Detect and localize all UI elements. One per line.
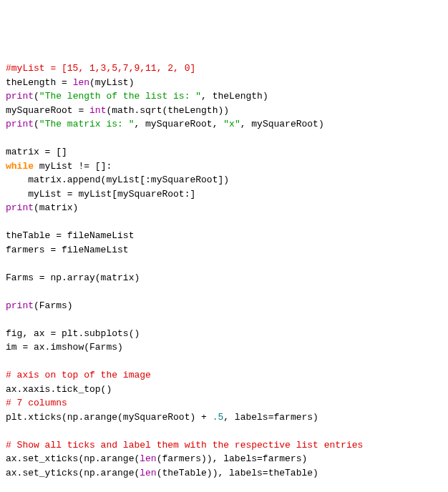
code-token	[6, 356, 11, 367]
code-line[interactable]	[6, 285, 442, 299]
code-token: (	[34, 119, 39, 129]
code-line[interactable]: ax.set_yticks(np.arange(len(theTable)), …	[6, 466, 442, 481]
code-token: len	[140, 453, 156, 464]
code-token: , labels=farmers)	[223, 412, 318, 423]
code-token: print	[6, 300, 34, 311]
code-token: , mySquareRoot,	[134, 119, 223, 129]
code-token	[6, 425, 11, 436]
code-line[interactable]: Farms = np.array(matrix)	[6, 271, 442, 285]
code-token	[6, 286, 11, 297]
code-line[interactable]: # 7 columns	[6, 396, 442, 410]
code-token: fig, ax = plt.subplots()	[6, 328, 140, 339]
code-line[interactable]: while myList != []:	[6, 159, 442, 174]
code-token: "The matrix is: "	[39, 119, 135, 129]
code-token: len	[140, 468, 156, 478]
code-line[interactable]: theTable = fileNameList	[6, 229, 442, 243]
code-line[interactable]	[6, 313, 442, 327]
code-line[interactable]	[6, 132, 442, 146]
code-line[interactable]	[6, 257, 442, 271]
code-line[interactable]	[6, 215, 442, 230]
code-line[interactable]: print(matrix)	[6, 201, 442, 215]
code-token: (matrix)	[34, 202, 78, 213]
code-line[interactable]: theLength = len(myList)	[6, 76, 442, 90]
code-token: ax.set_yticks(np.arange(	[6, 468, 140, 478]
code-line[interactable]: matrix.append(myList[:mySquareRoot])	[6, 173, 442, 187]
code-token	[6, 217, 11, 227]
code-token	[6, 133, 11, 144]
code-token: farmers = fileNameList	[6, 245, 129, 255]
code-token: Farms = np.array(matrix)	[6, 272, 140, 283]
code-token: myList = myList[mySquareRoot:]	[6, 189, 195, 200]
code-token: (myList)	[89, 77, 134, 88]
code-token: # axis on top of the image	[6, 370, 151, 380]
code-token: #myList = [15, 1,3,5,7,9,11, 2, 0]	[6, 63, 195, 74]
code-line[interactable]: ax.xaxis.tick_top()	[6, 383, 442, 397]
code-token: (	[34, 91, 39, 102]
code-line[interactable]: print(Farms)	[6, 299, 442, 313]
code-line[interactable]: plt.xticks(np.arange(mySquareRoot) + .5,…	[6, 410, 442, 425]
code-line[interactable]: myList = myList[mySquareRoot:]	[6, 187, 442, 202]
code-token: theLength =	[6, 77, 73, 88]
code-token: , mySquareRoot)	[240, 119, 324, 129]
code-token: # Show all ticks and label them with the…	[6, 440, 363, 451]
code-token: while	[6, 161, 34, 172]
code-line[interactable]	[6, 355, 442, 369]
code-token: "x"	[223, 119, 240, 129]
code-editor[interactable]: #myList = [15, 1,3,5,7,9,11, 2, 0]theLen…	[6, 62, 442, 492]
code-token: .5	[213, 412, 224, 423]
code-line[interactable]	[6, 480, 442, 492]
code-token: theTable = fileNameList	[6, 230, 134, 241]
code-token: (theTable)), labels=theTable)	[157, 468, 318, 478]
code-line[interactable]	[6, 424, 442, 438]
code-token	[6, 481, 11, 492]
code-line[interactable]: print("The length of the list is: ", the…	[6, 89, 442, 104]
code-line[interactable]: ax.set_xticks(np.arange(len(farmers)), l…	[6, 452, 442, 466]
code-token: ax.xaxis.tick_top()	[6, 384, 112, 395]
code-token	[6, 258, 11, 269]
code-token: print	[6, 202, 34, 213]
code-token: plt.xticks(np.arange(mySquareRoot) +	[6, 412, 213, 423]
code-token: mySquareRoot =	[6, 105, 89, 116]
code-token: myList != []:	[34, 161, 112, 172]
code-token: ax.set_xticks(np.arange(	[6, 453, 140, 464]
code-line[interactable]: farmers = fileNameList	[6, 243, 442, 257]
code-line[interactable]: fig, ax = plt.subplots()	[6, 327, 442, 341]
code-token: print	[6, 91, 34, 102]
code-token: im = ax.imshow(Farms)	[6, 342, 123, 353]
code-token: matrix.append(myList[:mySquareRoot])	[6, 174, 229, 185]
code-token: (math.sqrt(theLength))	[106, 105, 229, 116]
code-token: matrix = []	[6, 147, 67, 157]
code-token	[6, 314, 11, 325]
code-line[interactable]: mySquareRoot = int(math.sqrt(theLength))	[6, 104, 442, 118]
code-token: (farmers)), labels=farmers)	[157, 453, 308, 464]
code-token: (Farms)	[34, 300, 73, 311]
code-token: len	[73, 77, 89, 88]
code-line[interactable]: matrix = []	[6, 145, 442, 159]
code-token: , theLength)	[201, 91, 268, 102]
code-line[interactable]: print("The matrix is: ", mySquareRoot, "…	[6, 117, 442, 132]
code-token: "The length of the list is: "	[39, 91, 201, 102]
code-token: # 7 columns	[6, 398, 67, 408]
code-line[interactable]: #myList = [15, 1,3,5,7,9,11, 2, 0]	[6, 62, 442, 76]
code-line[interactable]: # Show all ticks and label them with the…	[6, 438, 442, 453]
code-token: int	[89, 105, 106, 116]
code-token: print	[6, 119, 34, 129]
code-line[interactable]: # axis on top of the image	[6, 368, 442, 383]
code-line[interactable]: im = ax.imshow(Farms)	[6, 340, 442, 355]
